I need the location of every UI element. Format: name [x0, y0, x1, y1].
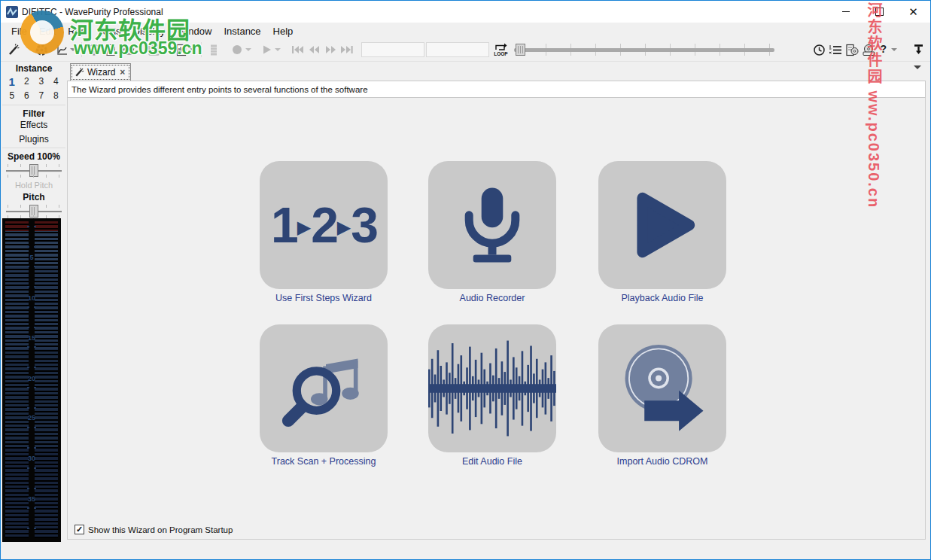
- record-icon[interactable]: [230, 42, 245, 57]
- record-dropdown[interactable]: [245, 48, 251, 51]
- track-list-icon[interactable]: [828, 42, 843, 57]
- slider-track[interactable]: [514, 48, 774, 52]
- level-meter-icon[interactable]: [206, 42, 221, 57]
- position-field[interactable]: [361, 42, 424, 57]
- slider-thumb[interactable]: [516, 44, 525, 56]
- microphone-icon: [451, 176, 534, 274]
- waveform-icon: [428, 332, 556, 445]
- tab-close-icon[interactable]: ×: [120, 68, 125, 77]
- tile-label: Audio Recorder: [428, 293, 556, 303]
- tile-label: Edit Audio File: [428, 456, 556, 467]
- instance-2[interactable]: 2: [20, 76, 35, 87]
- startup-checkbox-label: Show this Wizard on Program Startup: [88, 525, 233, 534]
- cd-database-icon[interactable]: [844, 42, 860, 57]
- instance-title: Instance: [1, 63, 67, 74]
- meter-scale-30: 30: [2, 455, 61, 462]
- instance-4[interactable]: 4: [49, 76, 64, 87]
- pitch-label: Pitch: [1, 192, 67, 202]
- skip-end-icon[interactable]: [339, 42, 354, 57]
- fast-forward-icon[interactable]: [323, 42, 338, 57]
- meter-scale-25: 25: [2, 414, 61, 422]
- hold-pitch-label[interactable]: Hold Pitch: [1, 181, 67, 190]
- close-button[interactable]: ✕: [896, 1, 930, 23]
- close-icon: ✕: [908, 6, 918, 17]
- history-clock-icon[interactable]: [811, 42, 826, 57]
- cd-arrow-icon: [612, 336, 713, 441]
- meter-scale-20: 20: [2, 375, 61, 382]
- vu-meter: 5 10 15 20 25 30 35: [2, 218, 61, 542]
- play-dropdown[interactable]: [275, 48, 281, 51]
- instance-1[interactable]: 1: [5, 76, 20, 87]
- magic-wand-icon[interactable]: [6, 42, 21, 57]
- position-slider[interactable]: [514, 41, 774, 59]
- tile-label: Playback Audio File: [598, 293, 726, 303]
- meter-scale-10: 10: [2, 294, 61, 302]
- pin-toolbar-icon[interactable]: [911, 42, 926, 57]
- help-dropdown[interactable]: [891, 48, 897, 51]
- tab-label: Wizard: [87, 67, 115, 78]
- instance-6[interactable]: 6: [20, 90, 35, 102]
- minimize-button[interactable]: [829, 1, 863, 23]
- rewind-icon[interactable]: [306, 42, 321, 57]
- skip-start-icon[interactable]: [290, 42, 305, 57]
- startup-checkbox-row: ✓ Show this Wizard on Program Startup: [75, 525, 233, 534]
- play-icon[interactable]: [259, 42, 274, 57]
- watermark-site-url: www.pc0359.cn: [74, 38, 202, 59]
- plugins-link[interactable]: Plugins: [1, 134, 67, 145]
- loop-button[interactable]: LOOP: [494, 43, 508, 56]
- filter-title: Filter: [1, 108, 67, 119]
- tab-wizard[interactable]: Wizard ×: [70, 63, 131, 81]
- instance-3[interactable]: 3: [34, 76, 49, 87]
- app-icon: [6, 6, 18, 18]
- instance-grid: 1 2 3 4 5 6 7 8: [5, 76, 63, 102]
- speed-ticks-bottom: [8, 175, 60, 178]
- tile-label: Import Audio CDROM: [598, 456, 726, 467]
- tile-use-first-steps-wizard[interactable]: 1 ▶ 2 ▶ 3: [260, 161, 388, 289]
- watermark-vertical-text: 河东软件园 ww.pc0350.cn: [863, 2, 885, 263]
- speed-slider[interactable]: [5, 163, 63, 179]
- minimize-icon: [842, 11, 850, 12]
- meter-scale-35: 35: [2, 495, 61, 503]
- sidebar-divider: [2, 148, 65, 148]
- one-two-three-icon: 1 ▶ 2 ▶ 3: [271, 200, 376, 250]
- tile-audio-recorder[interactable]: [428, 161, 556, 289]
- tile-label: Track Scan + Processing: [260, 456, 388, 467]
- play-triangle-icon: [617, 180, 707, 270]
- tile-edit-audio-file[interactable]: [428, 324, 556, 452]
- effects-link[interactable]: Effects: [1, 120, 67, 130]
- tile-track-scan-processing[interactable]: [260, 324, 388, 452]
- sidebar-panels: Instance 1 2 3 4 5 6 7 8 Filter Effects …: [1, 62, 67, 218]
- tile-playback-audio-file[interactable]: [598, 161, 726, 289]
- watermark-logo: [20, 11, 64, 54]
- wand-icon: [75, 68, 84, 78]
- sidebar-divider: [2, 105, 65, 105]
- tile-label: Use First Steps Wizard: [260, 293, 388, 303]
- tile-import-audio-cdrom[interactable]: [598, 324, 726, 452]
- meter-scale-15: 15: [2, 334, 61, 342]
- info-text: The Wizard provides different entry poin…: [71, 85, 368, 94]
- instance-8[interactable]: 8: [49, 90, 64, 102]
- menu-instance[interactable]: Instance: [218, 23, 266, 40]
- wizard-content: 1 ▶ 2 ▶ 3 Use First Steps Wizard Audio R…: [67, 98, 926, 540]
- speed-label: Speed 100%: [1, 151, 67, 162]
- startup-checkbox[interactable]: ✓: [75, 525, 84, 534]
- app-window: DIFITEC - WavePurity Professional ✕ File…: [0, 0, 931, 560]
- pitch-slider[interactable]: [5, 203, 63, 218]
- meter-scale-5: 5: [2, 254, 61, 261]
- length-field[interactable]: [426, 42, 489, 57]
- instance-5[interactable]: 5: [5, 90, 20, 102]
- info-bar: The Wizard provides different entry poin…: [67, 81, 926, 98]
- tab-bar: Wizard ×: [67, 62, 926, 81]
- sidebar: Instance 1 2 3 4 5 6 7 8 Filter Effects …: [1, 62, 67, 558]
- vu-meter-scale: 5 10 15 20 25 30 35: [2, 218, 61, 542]
- magnifier-note-icon: [277, 338, 371, 440]
- instance-7[interactable]: 7: [34, 90, 49, 102]
- menu-help[interactable]: Help: [267, 23, 300, 40]
